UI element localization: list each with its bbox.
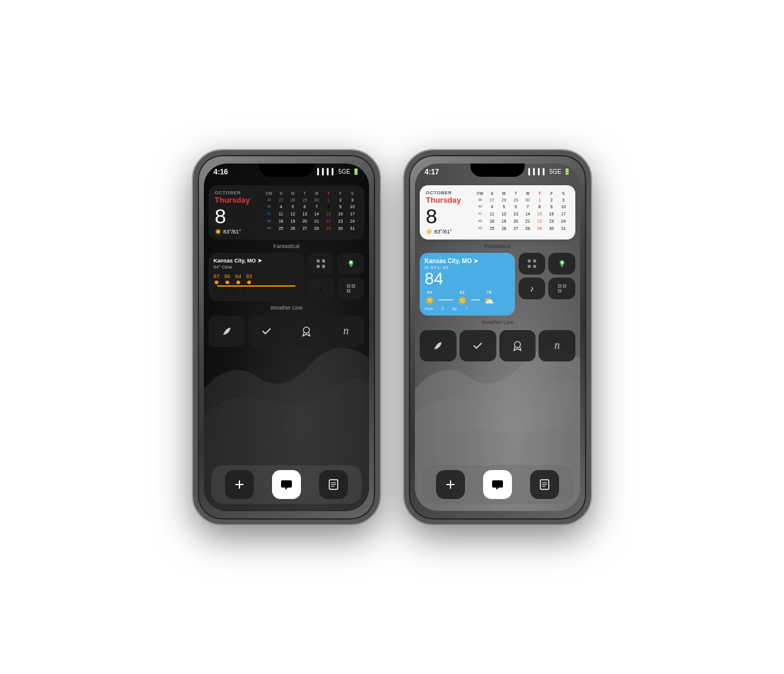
- svg-point-23: [514, 342, 520, 348]
- temp-line: [217, 285, 296, 287]
- sun2-icon: ☀️: [457, 296, 467, 305]
- cal-week-40: 40 4 5 6 7 8 9 10: [263, 203, 358, 211]
- left-phone-frame: 4:16 ▍▍▍▍ 5GE 🔋 OCTOBER Thursday 8: [193, 150, 380, 524]
- app-badge-icon[interactable]: [288, 316, 325, 347]
- n-letter: n: [343, 325, 349, 337]
- forecast-dots: 84 ☀️ 81 ☀️ 78: [425, 290, 510, 305]
- right-dock-message-icon[interactable]: [483, 470, 512, 499]
- app-grid-icon[interactable]: [308, 253, 335, 275]
- right-app-badge-icon[interactable]: [499, 330, 536, 361]
- app-scan-icon[interactable]: [337, 278, 364, 299]
- app-leaf-icon[interactable]: [209, 316, 245, 347]
- left-weather-line-label: Weather Line: [209, 305, 364, 311]
- right-cal-weather: ☀️ 83°/61°: [426, 229, 469, 235]
- right-dock: [422, 465, 573, 504]
- forecast-line2: [471, 299, 480, 300]
- right-dock-notes-icon[interactable]: [530, 470, 559, 499]
- right-dock-plus-icon[interactable]: [436, 470, 465, 499]
- left-mid-row: Kansas City, MO ➤ 84° Clear 87: [209, 253, 364, 301]
- cal-left: OCTOBER Thursday 8 ☀️ 83°/61°: [215, 190, 258, 235]
- app-bottom-row: ♪: [308, 278, 364, 299]
- right-app-check-icon[interactable]: [460, 330, 496, 361]
- svg-rect-21: [563, 285, 566, 287]
- right-weather-sun-icon: ☀️: [426, 229, 432, 235]
- temp-83: 83: [246, 273, 252, 284]
- app-check-icon[interactable]: [248, 316, 285, 347]
- left-calendar-widget[interactable]: OCTOBER Thursday 8 ☀️ 83°/61° CW: [209, 185, 364, 240]
- network-type: 5GE: [338, 168, 350, 175]
- left-weather-widget[interactable]: Kansas City, MO ➤ 84° Clear 87: [209, 253, 304, 301]
- right-volume-down: [407, 230, 409, 247]
- right-phone: 4:17 ▍▍▍▍ 5GE 🔋 OCTOBER Thursday 8: [404, 150, 591, 524]
- right-content: OCTOBER Thursday 8 ☀️ 83°/61° CW: [415, 180, 580, 511]
- svg-rect-18: [533, 265, 536, 268]
- left-status-icons: ▍▍▍▍ 5GE 🔋: [317, 168, 359, 175]
- right-app-maps-icon[interactable]: [548, 253, 575, 275]
- right-status-icons: ▍▍▍▍ 5GE 🔋: [528, 168, 571, 175]
- svg-rect-0: [317, 259, 320, 262]
- signal-bars: ▍▍▍▍: [317, 168, 337, 175]
- cal-day-num: 8: [215, 206, 258, 226]
- right-phone-frame: 4:17 ▍▍▍▍ 5GE 🔋 OCTOBER Thursday 8: [404, 150, 591, 524]
- right-volume-up: [407, 209, 409, 226]
- weather-location: Kansas City, MO ➤: [213, 258, 299, 264]
- app-music-icon[interactable]: ♪: [308, 278, 335, 299]
- svg-point-8: [303, 327, 309, 333]
- right-signal-bars: ▍▍▍▍: [528, 168, 548, 175]
- svg-rect-20: [558, 285, 561, 287]
- left-notch: [259, 164, 314, 177]
- weather-temp-chart: 87 86 84: [213, 273, 299, 287]
- svg-rect-6: [352, 285, 355, 287]
- right-weather-line-label: Weather Line: [420, 319, 575, 325]
- right-app-scan-icon[interactable]: [548, 278, 575, 299]
- right-app-music-icon[interactable]: ♪: [519, 278, 546, 299]
- app-n-icon[interactable]: n: [327, 316, 364, 347]
- svg-point-19: [561, 261, 563, 264]
- right-cal-grid: CW S M T W T F S 39: [474, 190, 569, 235]
- right-weather-widget[interactable]: Kansas City, MO ➤ H: 87 L: 63 84 84 ☀️: [420, 253, 515, 316]
- right-app-grid: ♪: [519, 253, 575, 316]
- right-cal-left: OCTOBER Thursday 8 ☀️ 83°/61°: [426, 190, 469, 235]
- svg-rect-7: [347, 290, 350, 292]
- right-app-leaf-icon[interactable]: [420, 330, 457, 361]
- right-cal-week-40: 40 4 5 6 7 8 9 10: [474, 203, 569, 211]
- svg-point-4: [350, 261, 352, 264]
- cloud-icon: ⛅: [484, 296, 494, 305]
- right-cal-day-name: Thursday: [426, 196, 469, 205]
- left-screen: 4:16 ▍▍▍▍ 5GE 🔋 OCTOBER Thursday 8: [204, 164, 369, 511]
- right-cal-week-43: 43 25 26 27 28 29 30 31: [474, 225, 569, 232]
- right-forecast-times: Now 5 6p 7: [425, 307, 510, 311]
- app-maps-icon[interactable]: [337, 253, 364, 275]
- weather-desc: 84° Clear: [213, 264, 299, 270]
- right-calendar-widget[interactable]: OCTOBER Thursday 8 ☀️ 83°/61° CW: [420, 185, 575, 240]
- right-cal-week-41: 41 11 12 13 14 15 16 17: [474, 211, 569, 218]
- right-app-grid-icon[interactable]: [519, 253, 546, 275]
- cal-month: OCTOBER: [215, 190, 258, 196]
- right-music-icon-symbol: ♪: [530, 284, 534, 293]
- right-weather-big-temp: 84: [425, 270, 510, 287]
- dock-plus-icon[interactable]: [225, 470, 254, 499]
- temp-dots-row: 87 86 84: [213, 273, 299, 284]
- svg-rect-1: [322, 259, 325, 262]
- left-bottom-app-row: n: [209, 316, 364, 347]
- svg-rect-5: [347, 285, 350, 287]
- music-icon-symbol: ♪: [318, 284, 323, 293]
- right-network-type: 5GE: [549, 168, 561, 175]
- left-content: OCTOBER Thursday 8 ☀️ 83°/61° CW: [204, 180, 369, 511]
- right-app-top-row: [519, 253, 575, 275]
- cal-top: OCTOBER Thursday 8 ☀️ 83°/61° CW: [215, 190, 358, 235]
- cal-grid: CW S M T W T F S 39: [263, 190, 358, 235]
- left-phone: 4:16 ▍▍▍▍ 5GE 🔋 OCTOBER Thursday 8: [193, 150, 380, 524]
- right-app-n-icon[interactable]: n: [539, 330, 575, 361]
- weather-sun-icon: ☀️: [215, 229, 221, 235]
- right-cal-day-num: 8: [426, 206, 469, 226]
- forecast-line: [438, 299, 454, 300]
- svg-rect-22: [558, 290, 561, 292]
- svg-rect-3: [322, 265, 325, 268]
- cal-week-41: 41 11 12 13 14 15 16 17: [263, 211, 358, 218]
- right-mid-row: Kansas City, MO ➤ H: 87 L: 63 84 84 ☀️: [420, 253, 575, 316]
- dock-message-icon[interactable]: [272, 470, 301, 499]
- temp-86: 86: [224, 273, 230, 284]
- cal-header-row: CW S M T W T F S: [263, 190, 358, 197]
- dock-notes-icon[interactable]: [319, 470, 348, 499]
